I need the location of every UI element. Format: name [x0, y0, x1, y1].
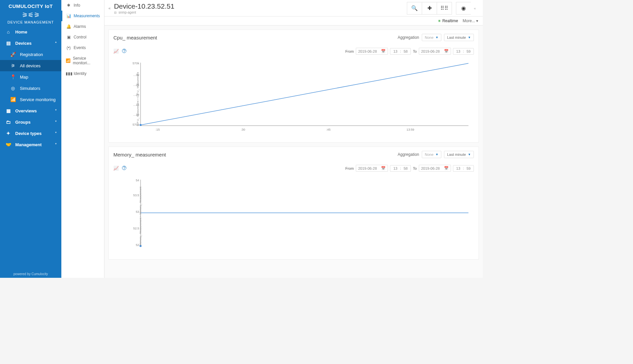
breadcrumb-label: snmp-agent [118, 11, 136, 14]
help-icon[interactable]: ? [122, 49, 126, 53]
tab-label: Service monitori... [73, 56, 101, 65]
to-time-input[interactable]: : [453, 48, 474, 55]
from-time-input[interactable]: : [390, 165, 411, 172]
to-label: To [413, 49, 417, 53]
tab-events[interactable]: (•) Events [61, 42, 104, 53]
to-min[interactable] [466, 49, 472, 53]
from-hour[interactable] [392, 49, 398, 53]
panel-head: Cpu_ measurement Aggregation None ▼ Last… [109, 30, 478, 45]
nav-home[interactable]: ⌂ Home [0, 26, 61, 37]
tab-label: Identity [74, 71, 87, 76]
nav-label: Management [15, 142, 41, 147]
tab-service-monitoring[interactable]: 📶 Service monitori... [61, 53, 104, 68]
caret-down-icon: ▼ [468, 153, 471, 156]
line-chart-icon[interactable]: 📈 [113, 166, 119, 171]
tab-control[interactable]: ▣ Control [61, 32, 104, 42]
tab-label: Measurements [74, 14, 100, 18]
nav-groups[interactable]: 🗀 Groups ˅ [0, 116, 61, 128]
range-select[interactable]: Last minute ▼ [444, 34, 474, 41]
ytick: 570k [133, 62, 140, 65]
cpu-chart-svg: 570k ...10 ...15 ...20 ...25 ...30 570k … [130, 59, 472, 132]
realtime-toggle[interactable]: Realtime [438, 19, 458, 23]
from-date-field[interactable] [358, 166, 379, 170]
to-hour[interactable] [455, 166, 461, 170]
to-time-input[interactable]: : [453, 165, 474, 172]
collapse-tabs-button[interactable]: « [108, 6, 111, 11]
nav-label: Home [15, 30, 27, 34]
main: « Device-10.23.52.51 ⊟ snmp-agent 🔍 ✚ ⠿⠿… [104, 0, 483, 278]
from-hour[interactable] [392, 166, 398, 170]
nav-label: Service monitoring [20, 97, 56, 102]
aggregation-select[interactable]: None ▼ [422, 151, 441, 158]
tab-label: Alarms [74, 24, 86, 29]
from-time-input[interactable]: : [390, 48, 411, 55]
to-date-input[interactable]: 📅 [419, 48, 451, 55]
nav-label: Device types [15, 131, 42, 136]
from-label: From [346, 166, 354, 170]
from-date-input[interactable]: 📅 [356, 165, 388, 172]
top-actions: 🔍 ✚ ⠿⠿ ◉ « [407, 2, 479, 15]
range-select[interactable]: Last minute ▼ [444, 151, 474, 158]
nav-label: Overviews [15, 108, 37, 113]
collapse-right-button[interactable]: « [471, 2, 479, 15]
nav-label: All devices [20, 63, 40, 68]
from-date-field[interactable] [358, 49, 379, 53]
aggregation-select[interactable]: None ▼ [422, 34, 441, 41]
header-block: Device-10.23.52.51 ⊟ snmp-agent [114, 2, 174, 14]
from-min[interactable] [403, 166, 409, 170]
from-date-input[interactable]: 📅 [356, 48, 388, 55]
nav-service-monitoring[interactable]: 📶 Service monitoring [0, 94, 61, 105]
to-hour[interactable] [455, 49, 461, 53]
nav-all-devices[interactable]: ⚞ All devices [0, 60, 61, 71]
to-date-input[interactable]: 📅 [419, 165, 451, 172]
caret-down-icon: ▼ [468, 36, 471, 39]
apps-button[interactable]: ⠿⠿ [437, 2, 452, 15]
breadcrumb[interactable]: ⊟ snmp-agent [114, 11, 174, 14]
panel-head: Memory_ measurement Aggregation None ▼ L… [109, 147, 478, 162]
content: Cpu_ measurement Aggregation None ▼ Last… [104, 26, 483, 278]
tab-label: Info [74, 3, 80, 8]
devices-list-icon: ⚞ [9, 63, 17, 68]
more-menu[interactable]: More... ▾ [463, 19, 478, 23]
tab-identity[interactable]: ▮▮▮ Identity [61, 68, 104, 79]
nav-label: Devices [15, 41, 32, 46]
caret-down-icon: ▼ [435, 36, 438, 39]
to-date-field[interactable] [421, 166, 442, 170]
brand-title: CUMULOCITY IoT [3, 3, 59, 9]
user-icon: ◉ [461, 5, 466, 11]
y-axis-label: Memory_ Measurement > Memory_ Measuremen… [139, 187, 142, 246]
nav-overviews[interactable]: ▦ Overviews ˅ [0, 105, 61, 116]
to-date-field[interactable] [421, 49, 442, 53]
nav-management[interactable]: 🤝 Management ˅ [0, 139, 61, 150]
page-title: Device-10.23.52.51 [114, 2, 174, 10]
help-icon[interactable]: ? [122, 166, 126, 170]
caret-down-icon: ▼ [435, 153, 438, 156]
line-chart-icon[interactable]: 📈 [113, 49, 119, 54]
user-button[interactable]: ◉ [456, 2, 471, 15]
xtick: 13:59 [407, 128, 414, 131]
add-button[interactable]: ✚ [422, 2, 437, 15]
to-min[interactable] [466, 166, 472, 170]
aggregation-label: Aggregation [398, 35, 419, 40]
tab-info[interactable]: ✱ Info [61, 0, 104, 11]
tab-measurements[interactable]: 📊 Measurements [61, 11, 104, 21]
nav-devices[interactable]: ▤ Devices ˄ [0, 37, 61, 49]
search-button[interactable]: 🔍 [407, 2, 422, 15]
from-min[interactable] [403, 49, 409, 53]
tab-alarms[interactable]: 🔔 Alarms [61, 21, 104, 32]
footer-link[interactable]: powered by Cumulocity [0, 270, 61, 278]
sidebar: CUMULOCITY IoT ⚞⚟⚞ DEVICE MANAGEMENT ⌂ H… [0, 0, 61, 278]
date-controls: From 📅 : To 📅 : [346, 165, 474, 172]
nav-map[interactable]: 📍 Map [0, 71, 61, 83]
calendar-icon: 📅 [381, 49, 386, 53]
handshake-icon: 🤝 [5, 142, 12, 147]
home-icon: ⌂ [5, 29, 12, 34]
nav-simulators[interactable]: ◎ Simulators [0, 83, 61, 94]
nav-label: Groups [15, 120, 31, 125]
nav-device-types[interactable]: ✦ Device types ˅ [0, 128, 61, 139]
device-icon: ⊟ [114, 11, 117, 14]
tab-column: ✱ Info 📊 Measurements 🔔 Alarms ▣ Control… [61, 0, 104, 278]
pin-icon: 📍 [9, 74, 17, 80]
control-icon: ▣ [66, 35, 72, 39]
nav-registration[interactable]: 🚀 Registration [0, 49, 61, 60]
